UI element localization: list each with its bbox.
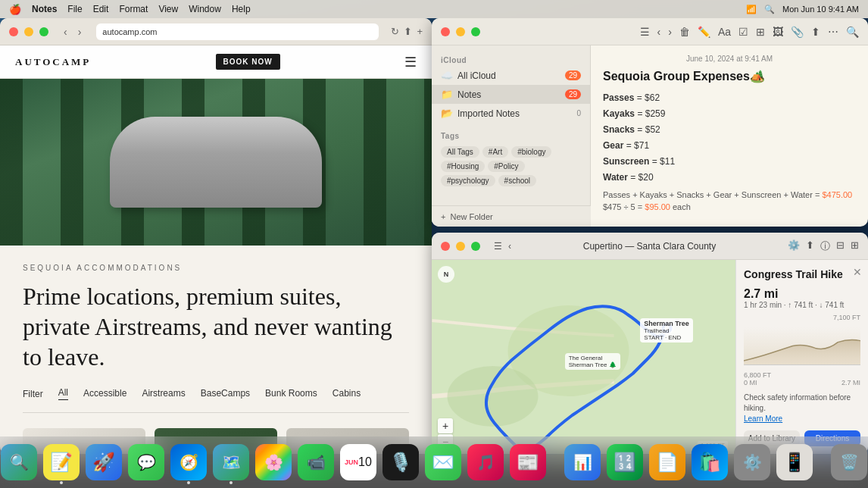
dock-maps[interactable]: 🗺️ xyxy=(213,444,249,480)
window-maximize-button[interactable] xyxy=(39,27,48,36)
filter-accessible[interactable]: Accessible xyxy=(83,388,126,400)
more-icon[interactable]: ⋯ xyxy=(828,26,838,38)
dock-trash[interactable]: 🗑️ xyxy=(831,444,867,480)
table-icon[interactable]: ⊞ xyxy=(756,26,765,38)
tag-housing[interactable]: #Housing xyxy=(441,161,485,172)
share-icon[interactable]: ⬆ xyxy=(404,26,412,37)
share-notes-icon[interactable]: ⬆ xyxy=(811,26,820,38)
address-bar[interactable]: autocamp.com xyxy=(96,23,379,40)
notes-search-icon[interactable]: 🔍 xyxy=(846,26,859,38)
image-icon[interactable]: 🖼 xyxy=(773,26,783,38)
apple-logo-icon[interactable]: 🍎 xyxy=(9,4,21,15)
dock-safari[interactable]: 🧭 xyxy=(170,444,207,480)
tag-school[interactable]: #school xyxy=(498,175,536,186)
imported-folder-icon: 📂 xyxy=(441,108,453,119)
dock-notes-dot xyxy=(60,481,63,484)
refresh-icon[interactable]: ↻ xyxy=(391,26,399,37)
sidebar-all-icloud[interactable]: ☁️ All iCloud 29 xyxy=(432,66,590,85)
dock-calendar[interactable]: JUN 10 xyxy=(340,444,376,480)
autocamp-content: SEQUOIA ACCOMMODATIONS Prime locations, … xyxy=(0,246,432,454)
checklist-icon[interactable]: ☑ xyxy=(738,26,748,38)
menu-edit[interactable]: Edit xyxy=(93,4,109,14)
zoom-in-button[interactable]: + xyxy=(438,418,453,433)
dock-system-prefs[interactable]: ⚙️ xyxy=(734,444,770,480)
notes-new-icon[interactable]: ✏️ xyxy=(698,26,710,38)
sidebar-imported[interactable]: 📂 Imported Notes 0 xyxy=(432,104,590,123)
notes-delete-icon[interactable]: 🗑 xyxy=(679,26,690,38)
dock-voice-memos[interactable]: 🎙️ xyxy=(382,444,419,480)
hike-title: Congress Trail Hike xyxy=(744,267,860,281)
maps-map-area[interactable]: Sherman Tree Trailhead START · END The G… xyxy=(432,260,735,454)
dock-iphone[interactable]: 📱 xyxy=(776,444,813,480)
tag-biology[interactable]: #biology xyxy=(511,146,551,158)
window-close-button[interactable] xyxy=(9,27,18,36)
notes-close-button[interactable] xyxy=(441,27,450,36)
maps-maximize-button[interactable] xyxy=(471,242,480,251)
maps-sidebar-toggle-icon[interactable]: ☰ xyxy=(494,241,502,252)
sidebar-notes[interactable]: 📁 Notes 29 xyxy=(432,85,590,104)
forward-button[interactable]: › xyxy=(75,24,85,39)
menu-file[interactable]: File xyxy=(67,4,82,14)
maps-panel-close-icon[interactable]: ✕ xyxy=(853,266,862,278)
filter-basecamps[interactable]: BaseCamps xyxy=(201,388,250,400)
filter-bunk-rooms[interactable]: Bunk Rooms xyxy=(265,388,317,400)
dock-photos[interactable]: 🌸 xyxy=(255,444,292,480)
browser-window: ‹ › autocamp.com ↻ ⬆ + AUTOCAMP BOOK NOW… xyxy=(0,18,432,454)
dock-messages[interactable]: 💬 xyxy=(128,444,164,480)
maps-address-bar[interactable]: Cupertino — Santa Clara County xyxy=(517,241,782,252)
menu-window[interactable]: Window xyxy=(189,4,221,14)
dock-notes[interactable]: 📝 xyxy=(43,444,80,480)
tags-section-title: Tags xyxy=(432,127,590,142)
tag-policy[interactable]: #Policy xyxy=(488,161,524,172)
dock-finder[interactable]: 🔍 xyxy=(1,444,37,480)
dock-news[interactable]: 📰 xyxy=(510,444,546,480)
maps-zoom-out-icon[interactable]: ⊟ xyxy=(836,239,845,253)
notes-count-badge: 29 xyxy=(565,89,581,99)
new-folder-button[interactable]: + New Folder xyxy=(432,205,591,227)
per-person-text: $475 ÷ 5 = $95.00 each xyxy=(603,202,691,211)
notes-minimize-button[interactable] xyxy=(456,27,465,36)
menu-view[interactable]: View xyxy=(158,4,178,14)
attach-icon[interactable]: 📎 xyxy=(791,26,804,38)
menu-app-name[interactable]: Notes xyxy=(32,4,57,14)
notes-forward-icon[interactable]: › xyxy=(668,26,672,38)
filter-cabins[interactable]: Cabins xyxy=(333,388,361,400)
notes-back-icon[interactable]: ‹ xyxy=(657,26,661,38)
dock-pages[interactable]: 📄 xyxy=(649,444,685,480)
maps-settings-icon[interactable]: ⚙️ xyxy=(788,239,800,253)
maps-back-icon[interactable]: ‹ xyxy=(508,241,511,252)
maps-close-button[interactable] xyxy=(441,242,450,251)
maps-info-icon[interactable]: ⓘ xyxy=(820,239,830,253)
hamburger-menu-icon[interactable]: ☰ xyxy=(404,54,417,70)
add-tab-icon[interactable]: + xyxy=(417,26,423,37)
dock-numbers[interactable]: 🔢 xyxy=(607,444,643,480)
maps-zoom-in-icon[interactable]: ⊞ xyxy=(851,239,859,253)
maps-share-icon[interactable]: ⬆ xyxy=(806,239,814,253)
learn-more-link[interactable]: Learn More xyxy=(744,414,860,424)
search-icon[interactable]: 🔍 xyxy=(764,5,775,14)
sidebar-toggle-icon[interactable]: ☰ xyxy=(640,26,650,38)
window-minimize-button[interactable] xyxy=(24,27,33,36)
maps-minimize-button[interactable] xyxy=(456,242,465,251)
tag-all-tags[interactable]: All Tags xyxy=(441,146,479,158)
dock-apple-music[interactable]: 🎵 xyxy=(467,444,504,480)
back-button[interactable]: ‹ xyxy=(61,24,70,39)
elevation-max-label: 7,100 FT xyxy=(744,314,860,321)
format-icon[interactable]: Aa xyxy=(718,26,731,38)
notes-gear: Gear = $71 xyxy=(603,139,856,152)
dock-keynote[interactable]: 📊 xyxy=(564,444,601,480)
menu-format[interactable]: Format xyxy=(119,4,148,14)
tag-psychology[interactable]: #psychology xyxy=(441,175,495,186)
tag-art[interactable]: #Art xyxy=(482,146,508,158)
dock-facetime[interactable]: 📹 xyxy=(298,444,334,480)
dock-launchpad[interactable]: 🚀 xyxy=(86,444,122,480)
notes-maximize-button[interactable] xyxy=(471,27,480,36)
filter-airstreams[interactable]: Airstreams xyxy=(142,388,185,400)
dock-imessage[interactable]: ✉️ xyxy=(425,444,461,480)
dock-app-store[interactable]: 🛍️ xyxy=(692,444,728,480)
filter-all[interactable]: All xyxy=(58,387,68,400)
notes-heading[interactable]: Sequoia Group Expenses🏕️ xyxy=(603,69,856,83)
menu-help[interactable]: Help xyxy=(232,4,251,14)
notes-snacks: Snacks = $52 xyxy=(603,123,856,136)
book-now-button[interactable]: BOOK NOW xyxy=(216,54,280,70)
